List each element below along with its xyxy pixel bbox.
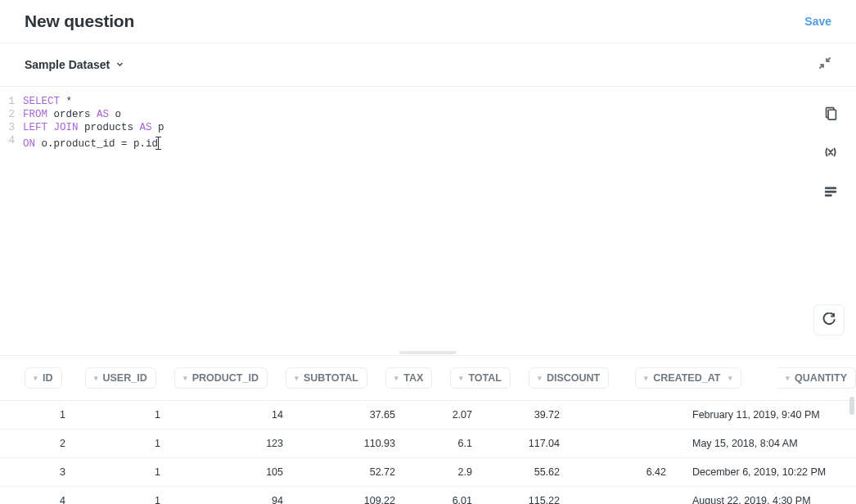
- save-button[interactable]: Save: [804, 15, 831, 28]
- table-row[interactable]: 3110552.722.955.626.42December 6, 2019, …: [0, 457, 856, 486]
- header-bar: New question Save: [0, 0, 856, 43]
- table-header-row: ▾ID ▾USER_ID ▾PRODUCT_ID ▾SUBTOTAL ▾TAX …: [0, 356, 856, 401]
- table-row[interactable]: 21123110.936.1117.04May 15, 2018, 8:04 A…: [0, 429, 856, 457]
- svg-rect-4: [825, 195, 832, 197]
- chevron-down-icon: ▾: [295, 374, 299, 382]
- table-row[interactable]: 4194109.226.01115.22August 22, 2019, 4:3…: [0, 486, 856, 504]
- column-header-discount[interactable]: ▾DISCOUNT: [529, 367, 609, 389]
- column-header-subtotal[interactable]: ▾SUBTOTAL: [286, 367, 367, 389]
- svg-rect-1: [828, 110, 836, 119]
- page-title: New question: [25, 11, 134, 31]
- svg-rect-3: [825, 191, 836, 193]
- scrollbar-thumb[interactable]: [849, 397, 854, 415]
- column-header-total[interactable]: ▾TOTAL: [450, 367, 511, 389]
- editor-gutter: 1234: [8, 95, 23, 147]
- chevron-down-icon: ▾: [459, 374, 463, 382]
- column-header-quantity[interactable]: ▾QUANTITY: [777, 367, 856, 389]
- snippets-icon[interactable]: [824, 106, 838, 124]
- editor-area: 1234 SELECT *FROM orders AS oLEFT JOIN p…: [0, 87, 856, 350]
- column-header-product-id[interactable]: ▾PRODUCT_ID: [174, 367, 268, 389]
- chevron-down-icon: ▾: [728, 374, 732, 382]
- chevron-down-icon: ▾: [394, 374, 399, 382]
- chevron-down-icon: ▾: [183, 374, 187, 382]
- table-row[interactable]: 111437.652.0739.72February 11, 2019, 9:4…: [0, 401, 856, 429]
- chevron-down-icon: ▾: [34, 374, 38, 382]
- column-header-created-at[interactable]: ▾CREATED_AT▾: [635, 367, 741, 389]
- sql-editor[interactable]: 1234 SELECT *FROM orders AS oLEFT JOIN p…: [0, 87, 856, 147]
- svg-rect-2: [825, 187, 836, 190]
- contract-icon[interactable]: [818, 56, 831, 73]
- dataset-selector[interactable]: Sample Dataset: [25, 58, 124, 71]
- column-header-id[interactable]: ▾ID: [25, 367, 62, 389]
- chevron-down-icon: ▾: [786, 374, 790, 382]
- reference-icon[interactable]: [823, 184, 838, 202]
- run-query-button[interactable]: [813, 304, 845, 335]
- chevron-down-icon: ▾: [538, 374, 542, 382]
- chevron-down-icon: [116, 61, 124, 70]
- results-table: ▾ID ▾USER_ID ▾PRODUCT_ID ▾SUBTOTAL ▾TAX …: [0, 355, 856, 504]
- dataset-name: Sample Dataset: [25, 58, 110, 71]
- editor-side-actions: [823, 106, 838, 202]
- column-header-tax[interactable]: ▾TAX: [385, 367, 432, 389]
- chevron-down-icon: ▾: [644, 374, 648, 382]
- column-header-user-id[interactable]: ▾USER_ID: [85, 367, 156, 389]
- variables-icon[interactable]: [823, 145, 838, 163]
- chevron-down-icon: ▾: [94, 374, 98, 382]
- table-body: 111437.652.0739.72February 11, 2019, 9:4…: [0, 401, 856, 504]
- scrollbar[interactable]: [849, 397, 854, 479]
- editor-code[interactable]: SELECT *FROM orders AS oLEFT JOIN produc…: [23, 95, 164, 147]
- dataset-bar: Sample Dataset: [0, 43, 856, 87]
